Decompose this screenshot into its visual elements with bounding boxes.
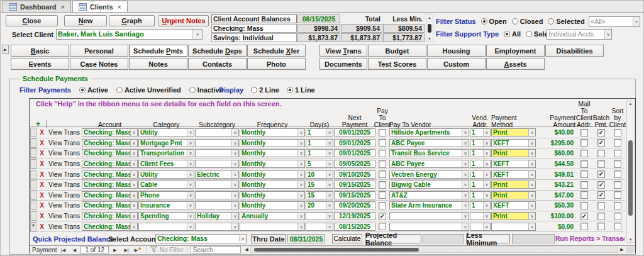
tab-test-scores[interactable]: Test Scores xyxy=(368,58,426,70)
mail-to-client-checkbox[interactable] xyxy=(580,181,588,189)
filter-status-open[interactable]: Open xyxy=(481,18,507,25)
account-combo[interactable]: Checking: Mass xyxy=(82,191,138,199)
frequency-combo[interactable]: Monthly xyxy=(240,149,305,157)
scroll-thumb[interactable] xyxy=(628,140,633,216)
filter-support-combo[interactable]: Individual Accts xyxy=(547,29,612,40)
tab-schedule-xfer[interactable]: Schedule Xfer xyxy=(247,45,306,57)
tab-view-trans[interactable]: View Trans xyxy=(319,45,367,57)
view-trans-button[interactable]: View Trans xyxy=(47,192,81,199)
sort-by-client-checkbox[interactable] xyxy=(614,181,621,189)
pay-to-vendor-combo[interactable]: Hillside Apartments xyxy=(389,128,469,136)
record-selector[interactable] xyxy=(30,138,36,148)
day-combo[interactable]: 15 xyxy=(306,191,333,199)
frequency-combo[interactable]: Monthly xyxy=(240,181,305,189)
pay-to-vendor-combo[interactable]: AT&Z xyxy=(389,191,469,199)
view-trans-button[interactable]: View Trans xyxy=(47,202,81,209)
mail-to-client-checkbox[interactable] xyxy=(580,129,588,136)
day-combo[interactable]: 1 xyxy=(306,149,333,157)
category-combo[interactable]: Client Fees xyxy=(138,160,194,168)
category-combo[interactable]: Phone xyxy=(138,191,194,199)
tab-documents[interactable]: Documents xyxy=(319,58,367,70)
mail-to-client-checkbox[interactable] xyxy=(580,191,588,199)
category-combo[interactable] xyxy=(138,223,194,231)
category-combo[interactable]: Transportation xyxy=(138,149,194,157)
next-payment-date[interactable]: 09/05/2025 xyxy=(334,160,375,168)
vendor-address-combo[interactable]: 1 xyxy=(470,201,491,209)
subcategory-combo[interactable]: Electric xyxy=(195,170,239,179)
mail-to-client-checkbox[interactable] xyxy=(580,213,588,220)
frequency-combo[interactable]: Monthly xyxy=(240,139,305,147)
account-combo[interactable]: Checking: Mass xyxy=(82,149,138,157)
tab-basic[interactable]: Basic xyxy=(11,45,69,57)
tab-schedule-deps[interactable]: Schedule Deps xyxy=(188,45,247,57)
view-trans-button[interactable]: View Trans xyxy=(47,223,81,230)
payment-method-combo[interactable]: Print xyxy=(491,181,536,189)
tab-notes[interactable]: Notes xyxy=(129,58,187,70)
frequency-combo[interactable]: Monthly xyxy=(240,201,305,209)
filter-status-closed[interactable]: Closed xyxy=(512,18,543,25)
payment-method-combo[interactable]: XEFT xyxy=(491,170,536,179)
frequency-combo[interactable]: Annually xyxy=(240,212,305,220)
mail-to-client-checkbox[interactable] xyxy=(580,170,588,178)
tab-events[interactable]: Events xyxy=(11,58,69,70)
tab-case-notes[interactable]: Case Notes xyxy=(70,58,128,70)
record-selector[interactable] xyxy=(30,180,36,189)
pay-to-client-checkbox[interactable] xyxy=(379,202,386,209)
next-payment-date[interactable]: 09/15/2025 xyxy=(334,181,375,189)
scroll-track[interactable] xyxy=(250,247,618,253)
balances-scrollbar[interactable]: ▲ ▼ xyxy=(426,14,433,42)
sort-by-client-checkbox[interactable] xyxy=(614,170,621,178)
account-combo[interactable]: Checking: Mass xyxy=(82,139,138,147)
payment-method-combo[interactable]: XEFT xyxy=(491,139,536,147)
batch-pmt-checkbox[interactable] xyxy=(597,160,605,168)
new-button[interactable]: New xyxy=(64,15,107,26)
filter-payments-inactive[interactable]: Inactive xyxy=(189,86,223,94)
delete-row-button[interactable]: X xyxy=(37,223,47,230)
batch-pmt-checkbox[interactable] xyxy=(597,150,605,157)
pay-to-vendor-combo[interactable]: ABC Payee xyxy=(389,160,469,168)
tab-photo[interactable]: Photo xyxy=(247,58,306,70)
delete-row-button[interactable]: X xyxy=(37,160,47,167)
view-trans-button[interactable]: View Trans xyxy=(47,160,81,167)
select-client-combo[interactable]: Baker, Mark Luis Santiago xyxy=(56,29,203,40)
pay-to-client-checkbox[interactable] xyxy=(379,160,386,168)
pay-to-vendor-combo[interactable]: Transit Bus Service xyxy=(389,149,469,157)
scroll-up-icon[interactable]: ▲ xyxy=(428,16,431,19)
chevron-down-icon[interactable] xyxy=(604,30,611,39)
horizontal-scrollbar[interactable] xyxy=(243,246,635,253)
sort-by-client-checkbox[interactable] xyxy=(614,129,621,136)
delete-row-button[interactable]: X xyxy=(37,140,47,147)
next-payment-date[interactable]: 09/20/2025 xyxy=(334,201,375,209)
previous-record-button[interactable] xyxy=(69,247,79,253)
doc-tab-clients[interactable]: Clients xyxy=(72,1,128,12)
frequency-combo[interactable]: Monthly xyxy=(240,170,305,179)
payment-method-combo[interactable] xyxy=(491,223,536,231)
frequency-combo[interactable]: Monthly xyxy=(240,160,305,168)
vendor-address-combo[interactable] xyxy=(470,223,491,231)
next-payment-date[interactable]: 09/10/2025 xyxy=(334,170,375,179)
sort-by-client-checkbox[interactable] xyxy=(614,160,621,168)
vendor-address-combo[interactable]: 1 xyxy=(470,170,491,179)
close-tab-icon[interactable] xyxy=(60,3,64,11)
record-selector[interactable] xyxy=(30,211,36,221)
mail-to-client-checkbox[interactable] xyxy=(580,139,588,147)
pay-to-client-checkbox[interactable] xyxy=(379,139,386,147)
next-payment-date[interactable]: 09/01/2025 xyxy=(334,149,375,157)
vendor-address-combo[interactable]: 1 xyxy=(470,191,491,199)
new-record-button[interactable] xyxy=(133,247,143,253)
tab-housing[interactable]: Housing xyxy=(427,45,486,57)
day-combo[interactable] xyxy=(306,212,333,220)
record-selector[interactable] xyxy=(30,191,36,200)
select-account-combo[interactable]: Checking: Mass xyxy=(155,234,247,243)
tab-disabilities[interactable]: Disabilities xyxy=(545,45,604,57)
doc-tab-dashboard[interactable]: Dashboard xyxy=(3,1,71,12)
filter-status-selected[interactable]: Selected xyxy=(548,18,584,25)
vendor-address-combo[interactable]: 1 xyxy=(470,160,491,168)
record-selector[interactable] xyxy=(30,170,36,179)
delete-row-button[interactable]: X xyxy=(37,192,47,199)
pay-to-client-checkbox[interactable] xyxy=(379,223,386,230)
next-payment-date[interactable]: 09/15/2025 xyxy=(334,191,375,199)
payment-method-combo[interactable]: Print xyxy=(491,212,536,220)
tab-schedule-pmts[interactable]: Schedule Pmts xyxy=(129,45,187,57)
delete-row-button[interactable]: X xyxy=(37,129,47,136)
